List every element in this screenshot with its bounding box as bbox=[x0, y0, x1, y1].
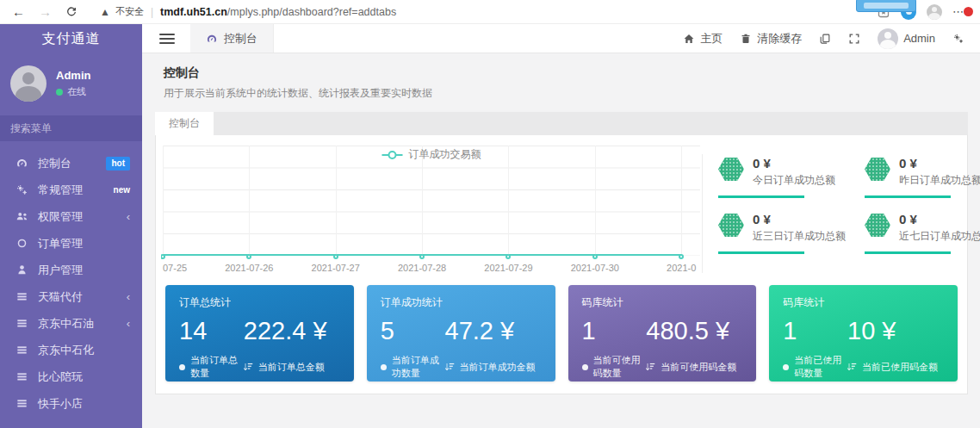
address-bar[interactable]: ▲ 不安全 | tmdf.uh51.cn/mplys.php/dashboard… bbox=[100, 5, 396, 18]
browser-menu-icon[interactable]: ⋯ bbox=[952, 5, 971, 18]
sidebar-item-dashboard[interactable]: 控制台 hot bbox=[0, 150, 142, 177]
dashboard-panel: 订单成功交易额 07-252021-07-262021-07-272021-07… bbox=[155, 135, 968, 394]
card-codes-available: 码库统计 1480.5 ¥ 当前可使用码数量 当前可使用码金额 bbox=[568, 285, 757, 381]
page-subtitle: 用于展示当前系统中的统计数据、统计报表及重要实时数据 bbox=[164, 86, 968, 101]
sort-amount-icon bbox=[244, 363, 253, 372]
new-badge: new bbox=[114, 185, 130, 195]
page-root: ← → ▲ 不安全 | tmdf.uh51.cn/mplys.php/dashb… bbox=[0, 0, 980, 428]
gears-icon bbox=[16, 183, 28, 196]
topbar-actions: 主页 清除缓存 Admin bbox=[683, 28, 980, 49]
data-point[interactable] bbox=[679, 254, 684, 259]
sidebar-item-label: 天猫代付 bbox=[38, 289, 83, 305]
hexagon-icon bbox=[865, 214, 890, 237]
card-title: 订单成功统计 bbox=[381, 295, 542, 310]
card-orders-total: 订单总统计 14222.4 ¥ 当前订单总数量 当前订单总金额 bbox=[165, 285, 354, 381]
notification-dot bbox=[964, 7, 973, 16]
back-icon[interactable]: ← bbox=[12, 4, 25, 19]
gears-icon bbox=[952, 33, 964, 45]
trash-icon bbox=[740, 33, 752, 45]
quick-stats: 0 ¥ 今日订单成功总额 0 ¥ 昨日订单成功总额 bbox=[702, 154, 962, 273]
card-amount: 47.2 ¥ bbox=[445, 317, 538, 345]
menu-search bbox=[0, 115, 142, 141]
quick-stat-yesterday: 0 ¥ 昨日订单成功总额 bbox=[865, 156, 980, 198]
sidebar-item-orders[interactable]: 订单管理 bbox=[0, 230, 142, 257]
search-input[interactable] bbox=[10, 122, 144, 134]
card-count-label: 当前订单总数量 bbox=[190, 354, 244, 380]
topbar-user[interactable]: Admin bbox=[878, 28, 935, 49]
clear-cache-button[interactable]: 清除缓存 bbox=[740, 31, 802, 47]
sort-amount-icon bbox=[847, 363, 857, 372]
grid-vline bbox=[422, 146, 423, 256]
stat-underline bbox=[865, 195, 951, 198]
list-icon bbox=[16, 317, 28, 330]
refresh-icon[interactable] bbox=[65, 6, 78, 18]
data-point[interactable] bbox=[419, 254, 425, 259]
data-point[interactable] bbox=[506, 254, 511, 259]
copy-page-button[interactable] bbox=[819, 33, 831, 45]
stat-value: 0 ¥ bbox=[753, 156, 835, 171]
url-text[interactable]: tmdf.uh51.cn/mplys.php/dashboard?ref=add… bbox=[160, 6, 396, 18]
card-title: 码库统计 bbox=[582, 295, 743, 310]
sidebar-item-jd-sinopec[interactable]: 京东中石化 bbox=[0, 337, 142, 363]
data-point[interactable] bbox=[592, 254, 598, 259]
sidebar-item-kuaishou[interactable]: 快手小店 bbox=[0, 390, 142, 417]
browser-profile-avatar[interactable] bbox=[927, 4, 942, 20]
card-amount: 222.4 ¥ bbox=[244, 317, 337, 345]
x-axis-label: 2021-07-30 bbox=[571, 263, 619, 273]
chart-plot-area bbox=[163, 146, 700, 256]
hexagon-icon bbox=[718, 158, 744, 181]
panel-tab-dashboard[interactable]: 控制台 bbox=[155, 112, 214, 135]
topbar: 控制台 主页 清除缓存 Admin bbox=[142, 24, 980, 53]
dot-icon bbox=[179, 364, 185, 370]
sidebar-item-general[interactable]: 常规管理 new bbox=[0, 177, 142, 203]
gauge-icon bbox=[16, 157, 28, 170]
main-area: 控制台 主页 清除缓存 Admin bbox=[142, 24, 980, 428]
security-label: 不安全 bbox=[115, 5, 144, 18]
sidebar-item-tmall[interactable]: 天猫代付 ‹ bbox=[0, 283, 142, 310]
card-amount-label: 当前已使用码金额 bbox=[862, 361, 938, 374]
sidebar-item-jd-petrochina[interactable]: 京东中石油 ‹ bbox=[0, 310, 142, 337]
grid-vline bbox=[595, 146, 596, 256]
x-axis-label: 2021-07-26 bbox=[225, 263, 273, 273]
data-point[interactable] bbox=[333, 254, 338, 259]
data-point[interactable] bbox=[246, 254, 251, 259]
card-title: 订单总统计 bbox=[179, 295, 340, 310]
brand-title[interactable]: 支付通道 bbox=[0, 24, 142, 53]
card-amount-label: 当前订单总金额 bbox=[258, 361, 325, 374]
sidebar-user[interactable]: Admin 在线 bbox=[0, 53, 142, 112]
hot-badge: hot bbox=[106, 157, 130, 171]
list-icon bbox=[16, 290, 28, 303]
user-status: 在线 bbox=[56, 85, 90, 98]
settings-button[interactable] bbox=[952, 33, 964, 45]
stat-underline bbox=[718, 195, 804, 198]
stat-underline bbox=[865, 251, 951, 254]
fullscreen-button[interactable] bbox=[848, 33, 860, 45]
card-codes-used: 码库统计 110 ¥ 当前已使用码数量 当前已使用码金额 bbox=[769, 285, 958, 381]
url-path: /mplys.php/dashboard?ref=addtabs bbox=[227, 6, 396, 18]
stat-value: 0 ¥ bbox=[899, 156, 980, 171]
sidebar-item-bixin[interactable]: 比心陪玩 bbox=[0, 363, 142, 390]
users-icon bbox=[16, 210, 28, 223]
sidebar: 支付通道 Admin 在线 控制台 hot 常规管理 new bbox=[0, 24, 142, 428]
forward-icon[interactable]: → bbox=[39, 4, 52, 19]
online-dot-icon bbox=[56, 89, 63, 96]
card-count: 5 bbox=[381, 317, 394, 345]
hamburger-icon[interactable] bbox=[159, 34, 175, 44]
legend-label: 订单成功交易额 bbox=[409, 147, 481, 162]
stat-cards: 订单总统计 14222.4 ¥ 当前订单总数量 当前订单总金额 订单成功统计 5… bbox=[161, 285, 962, 381]
card-amount: 10 ¥ bbox=[847, 317, 940, 345]
home-button[interactable]: 主页 bbox=[683, 31, 723, 47]
gauge-icon bbox=[206, 33, 218, 45]
tab-dashboard[interactable]: 控制台 bbox=[190, 24, 274, 53]
sidebar-item-users[interactable]: 用户管理 bbox=[0, 257, 142, 283]
avatar bbox=[878, 28, 898, 49]
stat-label: 昨日订单成功总额 bbox=[899, 173, 980, 188]
sidebar-item-label: 京东中石化 bbox=[38, 343, 94, 358]
url-divider: | bbox=[151, 6, 153, 18]
data-point[interactable] bbox=[161, 254, 165, 259]
sidebar-item-permissions[interactable]: 权限管理 ‹ bbox=[0, 203, 142, 230]
browser-actions: ⋯ bbox=[877, 0, 971, 23]
stat-label: 近七日订单成功总额 bbox=[899, 229, 980, 244]
chart-legend[interactable]: 订单成功交易额 bbox=[382, 147, 481, 162]
hexagon-icon bbox=[865, 158, 890, 181]
